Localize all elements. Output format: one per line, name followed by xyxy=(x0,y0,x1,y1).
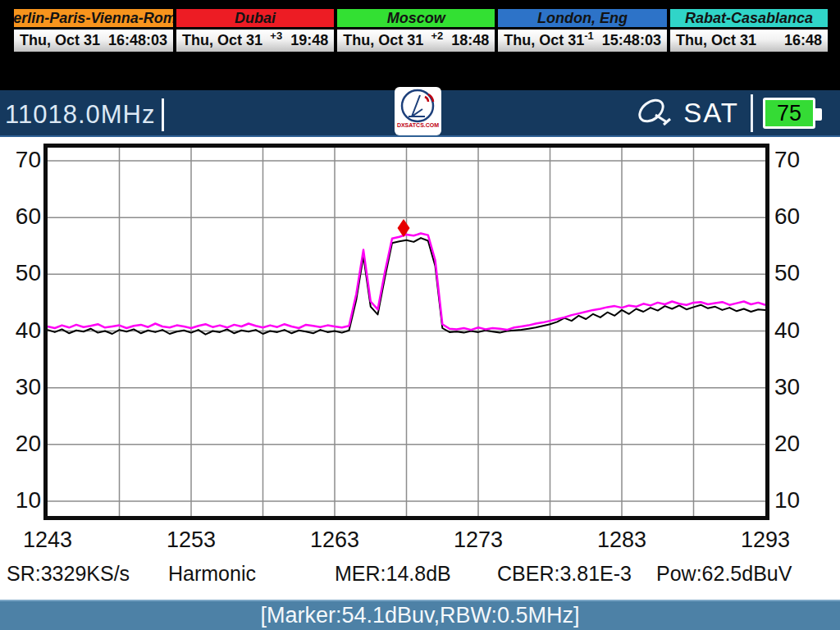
clock-utc-offset: -1 xyxy=(584,30,594,42)
status-power: Pow:62.5dBuV xyxy=(656,562,792,586)
clock-time: 19:48 xyxy=(290,32,328,49)
text-cursor xyxy=(162,98,164,131)
clock-datetime-dubai: Thu, Oct 31 +3 19:48 xyxy=(175,29,336,53)
clock-time: 18:48 xyxy=(451,32,489,49)
clock-datetime-london: Thu, Oct 31 -1 15:48:03 xyxy=(496,29,669,53)
header-bar: 11018.0MHz DXSATCS.COM SAT 75 xyxy=(0,90,840,137)
clock-datetime-berlin: Thu, Oct 31 16:48:03 xyxy=(12,29,175,53)
header-divider xyxy=(751,94,753,132)
clock-city-london: London, Eng xyxy=(496,7,669,29)
battery-icon: 75 xyxy=(763,98,815,129)
clock-datetime-rabat: Thu, Oct 31 16:48 xyxy=(669,29,829,53)
y-tick-label: 60 xyxy=(774,203,812,230)
y-tick-label: 40 xyxy=(774,317,812,344)
battery-nub xyxy=(815,108,822,121)
dxsatcs-logo-art xyxy=(397,87,440,125)
sat-mode-button[interactable]: SAT xyxy=(683,98,739,129)
clock-date: Thu, Oct 31 xyxy=(20,32,100,49)
y-tick-label: 50 xyxy=(774,260,812,286)
y-tick-label: 50 xyxy=(3,260,41,286)
x-axis-labels: 124312531263127312831293 xyxy=(0,527,840,554)
x-tick-label: 1263 xyxy=(302,527,368,553)
clock-city-berlin: Berlin-Paris-Vienna-Roma xyxy=(12,7,175,29)
status-mer: MER:14.8dB xyxy=(335,562,451,586)
satellite-dish-icon xyxy=(634,94,675,133)
marker-info-text: [Marker:54.1dBuv,RBW:0.5MHz] xyxy=(260,603,579,628)
clock-city-moscow: Moscow xyxy=(336,7,496,29)
dxsatcs-logo: DXSATCS.COM xyxy=(395,87,441,135)
clock-time: 16:48 xyxy=(784,32,822,49)
x-tick-label: 1283 xyxy=(589,527,655,553)
sat-status-group: SAT 75 xyxy=(634,94,815,133)
clock-utc-offset: +2 xyxy=(431,30,443,42)
status-row: SR:3329KS/s Harmonic MER:14.8dB CBER:3.8… xyxy=(0,562,840,587)
y-axis-labels-right: 70605040302010 xyxy=(774,137,812,531)
y-tick-label: 30 xyxy=(3,374,41,400)
clock-datetime-moscow: Thu, Oct 31 +2 18:48 xyxy=(336,29,496,53)
status-symbol-rate: SR:3329KS/s xyxy=(7,562,130,586)
y-tick-label: 10 xyxy=(774,487,812,514)
y-tick-label: 70 xyxy=(774,147,812,173)
clock-city-rabat: Rabat-Casablanca xyxy=(669,7,829,29)
x-tick-label: 1253 xyxy=(158,527,224,553)
y-tick-label: 70 xyxy=(3,147,41,173)
y-tick-label: 30 xyxy=(774,374,812,400)
x-tick-label: 1273 xyxy=(445,527,511,553)
status-cber: CBER:3.81E-3 xyxy=(497,562,632,586)
clock-date: Thu, Oct 31 xyxy=(504,32,584,49)
x-tick-label: 1293 xyxy=(733,527,798,553)
clock-date: Thu, Oct 31 xyxy=(676,32,776,49)
frequency-value: 11018.0MHz xyxy=(5,100,155,130)
clock-time: 16:48:03 xyxy=(108,32,167,49)
clock-city-dubai: Dubai xyxy=(175,7,336,29)
spectrum-plot xyxy=(43,144,770,521)
frequency-input[interactable]: 11018.0MHz xyxy=(5,98,164,131)
status-mode: Harmonic xyxy=(168,562,256,586)
clock-date: Thu, Oct 31 xyxy=(343,32,431,49)
spectrum-panel: 70605040302010 70605040302010 1243125312… xyxy=(0,137,840,600)
clock-utc-offset: +3 xyxy=(270,30,282,42)
y-tick-label: 20 xyxy=(3,431,41,457)
battery-level: 75 xyxy=(777,101,801,126)
y-axis-labels-left: 70605040302010 xyxy=(3,137,41,531)
y-tick-label: 60 xyxy=(3,203,41,230)
x-tick-label: 1243 xyxy=(15,527,80,553)
clock-date: Thu, Oct 31 xyxy=(182,32,270,49)
dxsatcs-logo-text: DXSATCS.COM xyxy=(397,122,439,128)
world-clock-strip: Berlin-Paris-Vienna-Roma Dubai Moscow Lo… xyxy=(11,7,830,54)
spectrum-analyzer-screen: Berlin-Paris-Vienna-Roma Dubai Moscow Lo… xyxy=(0,0,840,630)
y-tick-label: 40 xyxy=(3,317,41,344)
y-tick-label: 10 xyxy=(3,487,41,514)
y-tick-label: 20 xyxy=(774,431,812,457)
clock-time: 15:48:03 xyxy=(602,32,661,49)
marker-info-bar: [Marker:54.1dBuv,RBW:0.5MHz] xyxy=(0,600,840,630)
